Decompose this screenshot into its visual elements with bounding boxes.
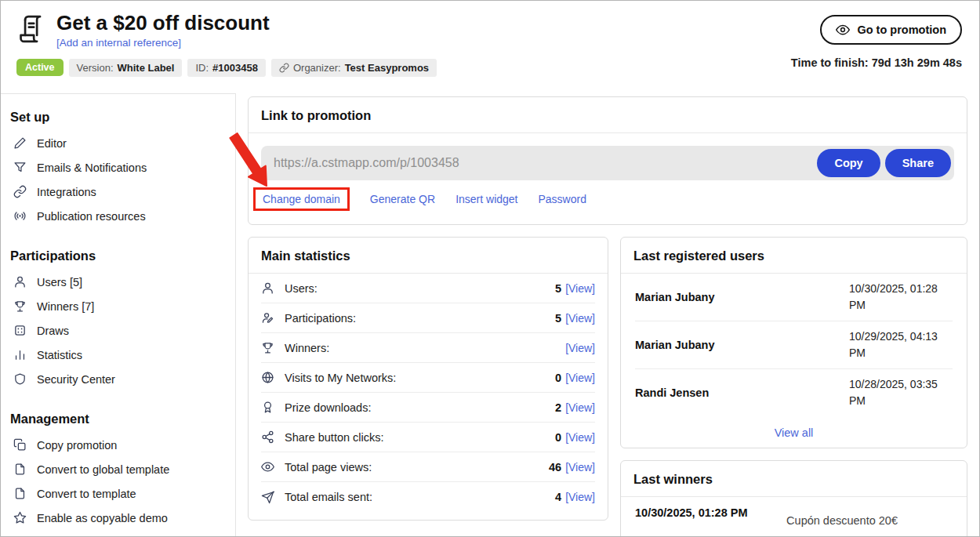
- stat-row-emails-sent: Total emails sent: 4 [View]: [261, 482, 595, 512]
- sidebar-item-copy-promotion[interactable]: Copy promotion: [10, 433, 226, 457]
- sidebar-heading-setup: Set up: [10, 110, 226, 125]
- main-statistics-card: Main statistics Users: 5 [View] Particip…: [248, 237, 608, 521]
- winner-row: 10/30/2025, 01:28 PM Cupón descuento 20€: [621, 497, 967, 536]
- sidebar-item-integrations[interactable]: Integrations: [10, 180, 226, 204]
- version-chip: Version: White Label: [69, 59, 183, 77]
- sidebar-section-management: Management Copy promotion Convert to glo…: [10, 412, 226, 530]
- link-to-promotion-card: Link to promotion Copy Share Change doma…: [248, 96, 967, 225]
- password-link[interactable]: Password: [539, 193, 586, 205]
- shield-icon: [13, 372, 27, 386]
- pencil-icon: [13, 136, 27, 150]
- view-link-emails-sent[interactable]: [View]: [565, 491, 595, 503]
- generate-qr-link[interactable]: Generate QR: [370, 193, 435, 205]
- star-icon: [13, 511, 27, 524]
- eye-icon: [836, 23, 850, 37]
- registered-user-row: Randi Jensen 10/28/2025, 03:35 PM: [635, 369, 953, 416]
- view-link-users[interactable]: [View]: [565, 282, 595, 295]
- eye-icon: [261, 460, 274, 474]
- dice-icon: [13, 324, 27, 337]
- trophy-icon: [261, 341, 274, 354]
- sidebar-item-statistics[interactable]: Statistics: [10, 343, 226, 367]
- bar-chart-icon: [13, 348, 27, 361]
- status-badge: Active: [16, 59, 64, 76]
- registered-user-row: Marian Jubany 10/29/2025, 04:13 PM: [635, 321, 953, 369]
- sidebar: Set up Editor Emails & Notifications Int…: [1, 93, 236, 536]
- add-internal-reference-link[interactable]: [Add an internal reference]: [56, 37, 181, 49]
- view-link-page-views[interactable]: [View]: [565, 461, 595, 474]
- user-icon: [261, 281, 274, 295]
- sidebar-item-editor[interactable]: Editor: [10, 131, 226, 155]
- funnel-icon: [13, 161, 27, 174]
- sidebar-item-convert-template[interactable]: Convert to template: [10, 481, 226, 506]
- link-card-title: Link to promotion: [249, 97, 967, 133]
- share-button[interactable]: Share: [885, 149, 951, 177]
- send-icon: [261, 491, 274, 504]
- sidebar-item-convert-global-template[interactable]: Convert to global template: [10, 457, 226, 481]
- sidebar-item-winners[interactable]: Winners [7]: [10, 294, 226, 318]
- go-to-promotion-button[interactable]: Go to promotion: [820, 15, 962, 45]
- view-link-share-clicks[interactable]: [View]: [565, 431, 595, 444]
- link-icon: [279, 63, 289, 73]
- id-chip: ID: #1003458: [187, 59, 265, 77]
- sidebar-heading-participations: Participations: [10, 249, 226, 263]
- insert-widget-link[interactable]: Insert widget: [456, 193, 517, 205]
- share-icon: [261, 430, 274, 444]
- view-link-visits[interactable]: [View]: [565, 372, 595, 384]
- view-link-winners[interactable]: [View]: [565, 342, 595, 354]
- time-to-finish: Time to finish: 79d 13h 29m 48s: [791, 56, 962, 69]
- trophy-icon: [13, 299, 27, 313]
- chain-link-icon: [13, 185, 27, 198]
- sidebar-section-participations: Participations Users [5] Winners [7] Dra…: [10, 249, 226, 391]
- sidebar-item-draws[interactable]: Draws: [10, 318, 226, 343]
- last-winners-card: Last winners 10/30/2025, 01:28 PM Cupón …: [620, 460, 967, 536]
- stat-row-participations: Participations: 5 [View]: [261, 303, 595, 333]
- last-registered-users-title: Last registered users: [621, 238, 967, 274]
- stat-row-prize-downloads: Prize downloads: 2 [View]: [261, 393, 595, 423]
- sidebar-section-setup: Set up Editor Emails & Notifications Int…: [10, 110, 226, 228]
- copy-button[interactable]: Copy: [817, 149, 880, 177]
- promotion-dashboard-page: Get a $20 off discount [Add an internal …: [0, 0, 980, 537]
- view-link-prize-downloads[interactable]: [View]: [565, 401, 595, 414]
- view-link-participations[interactable]: [View]: [565, 312, 595, 325]
- stat-row-users: Users: 5 [View]: [261, 274, 595, 303]
- award-icon: [261, 401, 274, 414]
- user-edit-icon: [261, 311, 274, 325]
- scroll-icon: [16, 14, 46, 44]
- user-icon: [13, 275, 27, 288]
- sidebar-item-publication-resources[interactable]: Publication resources: [10, 204, 226, 228]
- copy-icon: [13, 438, 27, 452]
- stat-row-page-views: Total page views: 46 [View]: [261, 452, 595, 482]
- view-all-link[interactable]: View all: [775, 426, 814, 439]
- page-title: Get a $20 off discount: [56, 12, 270, 34]
- main-content: Link to promotion Copy Share Change doma…: [236, 93, 979, 536]
- stat-row-visits-networks: Visits to My Networks: 0 [View]: [261, 363, 595, 393]
- sidebar-item-enable-copyable-demo[interactable]: Enable as copyable demo: [10, 506, 226, 530]
- sidebar-item-emails-notifications[interactable]: Emails & Notifications: [10, 155, 226, 180]
- sidebar-heading-management: Management: [10, 412, 226, 426]
- change-domain-link[interactable]: Change domain: [263, 193, 340, 205]
- main-statistics-title: Main statistics: [249, 238, 608, 274]
- annotation-highlight-box: Change domain: [253, 187, 350, 211]
- sidebar-item-users[interactable]: Users [5]: [10, 270, 226, 294]
- file-icon: [13, 487, 27, 500]
- header: Get a $20 off discount [Add an internal …: [1, 1, 979, 93]
- broadcast-icon: [13, 209, 27, 223]
- last-registered-users-card: Last registered users Marian Jubany 10/3…: [620, 237, 967, 448]
- stat-row-winners: Winners: [View]: [261, 333, 595, 363]
- stat-row-share-clicks: Share button clicks: 0 [View]: [261, 423, 595, 452]
- registered-user-row: Marian Jubany 10/30/2025, 01:28 PM: [635, 274, 953, 321]
- last-winners-title: Last winners: [621, 461, 967, 497]
- sidebar-item-security-center[interactable]: Security Center: [10, 367, 226, 391]
- file-icon: [13, 463, 27, 476]
- organizer-chip: Organizer: Test Easypromos: [271, 59, 437, 77]
- globe-icon: [261, 371, 274, 384]
